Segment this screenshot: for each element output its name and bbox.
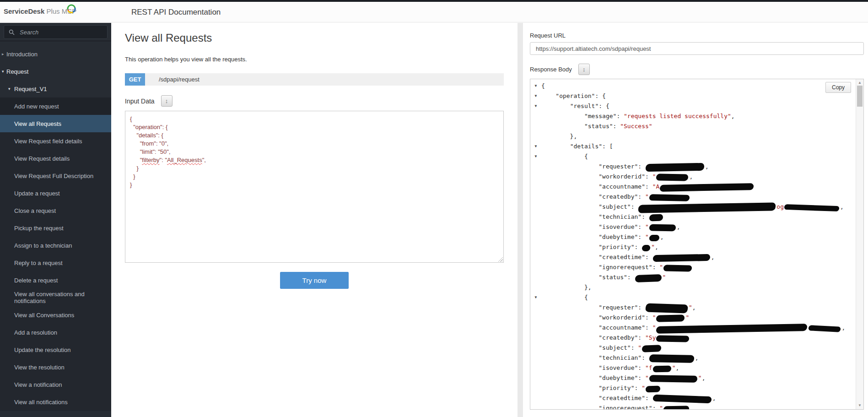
sidebar-item-view-all-conversations[interactable]: View all Conversations [0, 307, 111, 324]
sidebar-search-row [0, 23, 111, 41]
gutter-cell [530, 303, 541, 313]
sidebar-item-view-all-conversations-and-notifications[interactable]: View all conversations and notifications [0, 289, 111, 307]
code-token: "operation": { [130, 124, 167, 130]
request-url-input[interactable] [530, 42, 864, 55]
search-box[interactable] [4, 25, 108, 39]
code-text: }, [541, 282, 592, 292]
sidebar-item-label: Update a request [14, 190, 60, 197]
code-token: : [635, 385, 642, 391]
collapse-caret-icon[interactable]: ▼ [530, 141, 541, 152]
sidebar-item-view-all-notifications[interactable]: View all notifications [0, 394, 111, 411]
code-token: , [677, 223, 680, 230]
code-token: "isoverdue" [598, 364, 638, 371]
code-line: "subject": og, [530, 202, 855, 212]
code-token: " [645, 193, 649, 200]
input-data-editor[interactable]: { "operation": { "details": { "from": "0… [125, 111, 504, 263]
input-expand-button[interactable]: ↕ [161, 95, 173, 107]
redaction-mark [645, 385, 660, 392]
code-token: , [840, 203, 844, 210]
redaction-mark [656, 173, 689, 181]
http-method-badge: GET [125, 73, 145, 86]
code-token: , [702, 374, 706, 381]
code-token: , [731, 113, 735, 119]
code-line: "requester": , [530, 162, 855, 172]
code-text: "status": " [541, 272, 666, 282]
sidebar-item-reply-to-a-request[interactable]: Reply to a request [0, 254, 111, 271]
code-token: "requester" [598, 163, 638, 170]
sidebar: ▸Introduction▾Request▾Request_V1Add new … [0, 23, 111, 417]
code-token: "requester" [598, 304, 638, 311]
sidebar-item-add-new-request[interactable]: Add new request [0, 97, 111, 115]
sidebar-item-view-request-details[interactable]: View Request details [0, 150, 111, 167]
code-token: : [631, 203, 638, 210]
sidebar-item-update-the-resolution[interactable]: Update the resolution [0, 341, 111, 359]
code-token: "details": { [130, 132, 163, 139]
input-data-row: Input Data ↕ [125, 95, 504, 107]
collapse-caret-icon[interactable]: ▼ [530, 292, 541, 303]
search-input[interactable] [19, 28, 102, 36]
scroll-up-icon[interactable]: ▲ [856, 80, 863, 86]
sidebar-item-label: Delete a request [14, 277, 58, 284]
code-token: " [651, 244, 655, 250]
code-text: "details": { [130, 131, 163, 140]
sidebar-item-view-request-field-details[interactable]: View Request field details [0, 132, 111, 150]
code-line: "ignorerequest": ", [530, 403, 855, 409]
code-token: , [660, 233, 664, 240]
code-token: , [690, 405, 694, 409]
sidebar-item-label: Update the resolution [14, 347, 71, 353]
redaction-mark [645, 163, 704, 172]
sidebar-item-delete-a-request[interactable]: Delete a request [0, 271, 111, 289]
collapse-caret-icon[interactable]: ▼ [530, 101, 541, 111]
sidebar-item-close-a-request[interactable]: Close a request [0, 202, 111, 219]
code-token: "A [652, 183, 660, 190]
redaction-mark [649, 194, 690, 201]
code-token [541, 395, 598, 401]
sidebar-item-add-a-resolution[interactable]: Add a resolution [0, 324, 111, 341]
servicedesk-logo[interactable]: ServiceDesk Plus MSP [4, 7, 76, 15]
code-line: ▼ "operation": { [530, 91, 855, 101]
code-token: " [685, 314, 689, 321]
sidebar-item-label: Introduction [6, 51, 38, 58]
collapse-caret-icon[interactable]: ▼ [530, 152, 541, 162]
code-line: "technician": , [530, 353, 855, 363]
scrollbar-track[interactable]: ▲ ▼ [856, 79, 863, 409]
code-line: "subject": " [530, 343, 855, 353]
resize-grip[interactable] [497, 256, 503, 262]
sidebar-item-view-all-requests[interactable]: View all Requests [0, 115, 111, 132]
code-text: "createdtime": , [541, 393, 716, 403]
code-token: " [645, 233, 649, 240]
code-token: : [645, 183, 652, 190]
code-token: " [652, 314, 656, 321]
code-text: "workorderid": ", [541, 172, 693, 182]
response-expand-button[interactable]: ↕ [578, 64, 590, 75]
code-text: "ignorerequest": " [541, 262, 693, 272]
gutter-cell [530, 383, 541, 393]
collapse-caret-icon[interactable]: ▼ [530, 91, 541, 101]
copy-button[interactable]: Copy [825, 82, 851, 93]
sidebar-item-request-v1[interactable]: ▾Request_V1 [0, 80, 111, 97]
sidebar-item-view-a-notification[interactable]: View a notification [0, 376, 111, 394]
sidebar-item-pickup-the-request[interactable]: Pickup the request [0, 219, 111, 237]
sidebar-item-update-a-request[interactable]: Update a request [0, 184, 111, 202]
code-token: : [638, 233, 645, 240]
code-line: "requester": ", [530, 303, 855, 313]
sidebar-item-label: Pickup the request [14, 225, 64, 232]
code-token [541, 203, 598, 210]
code-text: "duebytime": ", [541, 232, 664, 242]
sidebar-item-assign-to-a-technician[interactable]: Assign to a technician [0, 237, 111, 254]
scroll-down-icon[interactable]: ▼ [856, 403, 863, 408]
code-token [541, 274, 598, 281]
code-token: : [642, 354, 649, 361]
sidebar-item-request[interactable]: ▾Request [0, 63, 111, 80]
code-token: : [635, 244, 642, 250]
scrollbar-thumb[interactable] [857, 86, 863, 107]
try-now-button[interactable]: Try now [280, 272, 349, 289]
sidebar-item-view-the-resolution[interactable]: View the resolution [0, 359, 111, 376]
sidebar-item-view-request-full-description[interactable]: View Request Full Description [0, 167, 111, 184]
code-text: { [541, 152, 588, 162]
sidebar-nav: ▸Introduction▾Request▾Request_V1Add new … [0, 41, 111, 411]
redaction-mark [656, 335, 690, 342]
sidebar-item-introduction[interactable]: ▸Introduction [0, 45, 111, 63]
operation-title: View all Requests [125, 32, 504, 44]
collapse-caret-icon[interactable]: ▼ [530, 81, 541, 91]
